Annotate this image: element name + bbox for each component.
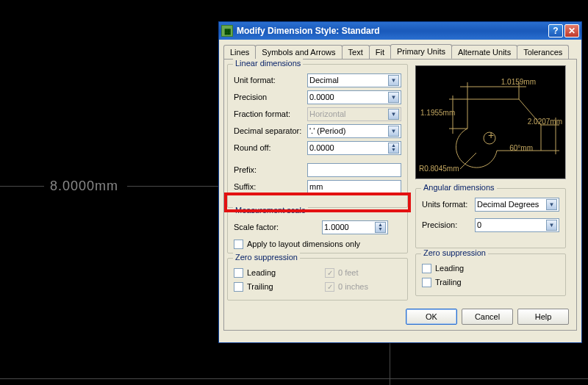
checkbox-trailing-angular[interactable]	[422, 278, 431, 287]
legend-linear: Linear dimensions	[233, 59, 303, 68]
spinner-buttons-icon: ▲▼	[388, 143, 399, 154]
tab-symbols-arrows[interactable]: Symbols and Arrows	[255, 45, 342, 60]
label-suffix: Suffix:	[234, 182, 307, 191]
group-zero-suppression-angular: Zero suppression Leading Trailing	[415, 253, 566, 296]
label-scale-factor: Scale factor:	[234, 223, 322, 231]
help-icon[interactable]: ?	[548, 24, 563, 37]
input-suffix-value: mm	[309, 182, 323, 191]
chevron-down-icon: ▼	[546, 199, 557, 210]
select-angular-units-format-value: Decimal Degrees	[477, 200, 539, 209]
select-angular-precision[interactable]: 0 ▼	[475, 218, 559, 232]
cancel-button[interactable]: Cancel	[462, 309, 513, 325]
tab-tolerances[interactable]: Tolerances	[517, 45, 569, 60]
select-decimal-separator[interactable]: '.' (Period) ▼	[307, 124, 401, 138]
select-decimal-separator-value: '.' (Period)	[309, 126, 345, 135]
tab-fit[interactable]: Fit	[369, 45, 391, 60]
checkbox-0feet	[325, 268, 334, 278]
checkbox-leading-angular[interactable]	[422, 264, 431, 273]
preview-drawing	[416, 66, 565, 179]
legend-zero-angular: Zero suppression	[421, 248, 488, 257]
label-leading-angular: Leading	[435, 264, 464, 273]
label-precision: Precision	[234, 93, 307, 101]
checkbox-0inches	[325, 282, 334, 292]
tab-text[interactable]: Text	[342, 45, 370, 60]
label-0feet: 0 feet	[338, 268, 359, 277]
dialog-button-row: OK Cancel Help	[406, 309, 569, 325]
label-trailing-angular: Trailing	[435, 278, 462, 287]
spinner-round-off[interactable]: 0.0000 ▲▼	[307, 141, 401, 155]
input-suffix[interactable]: mm	[307, 180, 401, 194]
checkbox-apply-layout[interactable]	[234, 240, 243, 249]
checkbox-trailing-linear[interactable]	[234, 282, 243, 292]
label-unit-format: Unit format:	[234, 76, 307, 84]
spinner-round-off-value: 0.0000	[309, 143, 334, 152]
svg-point-0	[484, 132, 495, 144]
bg-line	[0, 186, 44, 187]
legend-zero-linear: Zero suppression	[233, 253, 300, 262]
group-zero-suppression-linear: Zero suppression Leading Trailing 0	[227, 258, 408, 301]
label-prefix: Prefix:	[234, 165, 307, 174]
checkbox-leading-linear[interactable]	[234, 268, 243, 278]
group-linear-dimensions: Linear dimensions Unit format: Decimal ▼…	[227, 64, 408, 208]
select-angular-units-format[interactable]: Decimal Degrees ▼	[475, 198, 559, 212]
legend-scale: Measurement scale	[233, 206, 308, 215]
tab-primary-units[interactable]: Primary Units	[390, 44, 452, 59]
select-angular-precision-value: 0	[477, 220, 481, 229]
tab-alternate-units[interactable]: Alternate Units	[451, 45, 517, 60]
spinner-scale-factor-value: 1.0000	[324, 223, 349, 231]
label-leading-linear: Leading	[247, 268, 276, 277]
select-unit-format[interactable]: Decimal ▼	[307, 73, 401, 87]
select-unit-format-value: Decimal	[309, 76, 339, 84]
close-icon[interactable]: ✕	[564, 24, 579, 37]
label-round-off: Round off:	[234, 143, 307, 152]
group-measurement-scale: Measurement scale Scale factor: 1.0000 ▲…	[227, 211, 408, 253]
preview-pane: 1.0159mm 2.0207mm 1.1955mm R0.8045mm 60°…	[415, 65, 566, 179]
label-apply-layout: Apply to layout dimensions only	[247, 240, 360, 248]
group-angular-dimensions: Angular dimensions Units format: Decimal…	[415, 188, 566, 248]
input-prefix[interactable]	[307, 163, 401, 177]
titlebar: ▦ Modify Dimension Style: Standard ? ✕	[219, 22, 581, 40]
bg-line	[127, 186, 223, 187]
select-fraction-format: Horizontal ▼	[307, 107, 401, 121]
label-decimal-separator: Decimal separator:	[234, 126, 307, 135]
select-fraction-format-value: Horizontal	[309, 109, 346, 118]
spinner-scale-factor[interactable]: 1.0000 ▲▼	[322, 220, 388, 234]
label-fraction-format: Fraction format:	[234, 109, 307, 118]
chevron-down-icon: ▼	[388, 75, 399, 86]
chevron-down-icon: ▼	[546, 220, 557, 231]
label-0inches: 0 inches	[338, 282, 368, 291]
spinner-buttons-icon: ▲▼	[375, 222, 386, 233]
label-angular-precision: Precision:	[422, 220, 475, 229]
legend-angular: Angular dimensions	[421, 183, 497, 192]
dialog-title: Modify Dimension Style: Standard	[237, 26, 547, 36]
tab-panel-primary-units: Linear dimensions Unit format: Decimal ▼…	[223, 59, 577, 331]
bg-line	[0, 378, 588, 379]
chevron-down-icon: ▼	[388, 126, 399, 137]
label-trailing-linear: Trailing	[247, 282, 273, 291]
tab-strip: Lines Symbols and Arrows Text Fit Primar…	[219, 40, 581, 59]
chevron-down-icon: ▼	[388, 109, 399, 120]
svg-line-10	[460, 153, 476, 169]
app-icon: ▦	[221, 25, 233, 37]
dimension-style-dialog: ▦ Modify Dimension Style: Standard ? ✕ L…	[218, 21, 582, 343]
ok-button[interactable]: OK	[406, 309, 457, 325]
tab-lines[interactable]: Lines	[223, 45, 256, 60]
label-angular-units-format: Units format:	[422, 200, 475, 209]
chevron-down-icon: ▼	[388, 92, 399, 103]
bg-dimension-text: 8.0000mm	[50, 179, 118, 194]
select-precision-value: 0.0000	[309, 93, 334, 101]
select-precision[interactable]: 0.0000 ▼	[307, 90, 401, 104]
help-button[interactable]: Help	[517, 309, 569, 325]
